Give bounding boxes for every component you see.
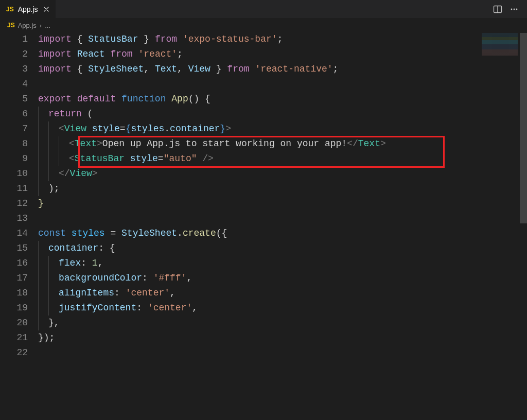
line-number: 12 xyxy=(0,196,28,211)
code-line: justifyContent: 'center', xyxy=(38,301,527,316)
code-line: return ( xyxy=(38,107,527,121)
breadcrumb-file: App.js xyxy=(18,22,37,29)
code-line: import React from 'react'; xyxy=(38,47,527,62)
code-line: </View> xyxy=(38,166,527,181)
svg-point-3 xyxy=(514,8,515,10)
line-number: 11 xyxy=(0,181,28,196)
line-number: 5 xyxy=(0,92,28,107)
code-line: const styles = StyleSheet.create({ xyxy=(38,226,527,241)
code-line: alignItems: 'center', xyxy=(38,286,527,301)
line-number: 20 xyxy=(0,316,28,330)
minimap[interactable] xyxy=(482,33,518,64)
code-line: <View style={styles.container}> xyxy=(38,121,527,136)
line-number: 17 xyxy=(0,271,28,286)
line-number: 6 xyxy=(0,107,28,121)
code-line xyxy=(38,211,527,226)
code-line: ); xyxy=(38,181,527,196)
code-line: }); xyxy=(38,330,527,345)
js-file-icon: JS xyxy=(7,22,15,29)
vertical-scrollbar[interactable] xyxy=(520,19,527,420)
line-number: 3 xyxy=(0,62,28,77)
line-number: 9 xyxy=(0,151,28,166)
code-line xyxy=(38,345,527,360)
chevron-right-icon: › xyxy=(40,22,42,29)
line-number: 13 xyxy=(0,211,28,226)
split-editor-icon[interactable] xyxy=(492,4,503,15)
line-number: 21 xyxy=(0,330,28,345)
code-area[interactable]: import { StatusBar } from 'expo-status-b… xyxy=(38,32,527,420)
tab-bar: JS App.js xyxy=(0,0,527,19)
code-line: container: { xyxy=(38,241,527,256)
svg-point-2 xyxy=(511,8,513,10)
line-number: 8 xyxy=(0,136,28,151)
code-line: <Text>Open up App.js to start working on… xyxy=(38,136,527,151)
code-editor[interactable]: 1 2 3 4 5 6 7 8 9 10 11 12 13 14 15 16 1… xyxy=(0,32,527,420)
line-number: 18 xyxy=(0,286,28,301)
breadcrumb[interactable]: JS App.js › ... xyxy=(0,19,527,32)
code-line: flex: 1, xyxy=(38,256,527,271)
line-number: 19 xyxy=(0,301,28,316)
js-file-icon: JS xyxy=(6,6,14,13)
line-number: 2 xyxy=(0,47,28,62)
line-number: 1 xyxy=(0,32,28,47)
scrollbar-thumb[interactable] xyxy=(520,33,527,223)
line-number: 7 xyxy=(0,121,28,136)
code-line: export default function App() { xyxy=(38,92,527,107)
code-line: <StatusBar style="auto" /> xyxy=(38,151,527,166)
code-line: backgroundColor: '#fff', xyxy=(38,271,527,286)
line-number-gutter: 1 2 3 4 5 6 7 8 9 10 11 12 13 14 15 16 1… xyxy=(0,32,38,420)
close-icon[interactable] xyxy=(42,5,50,13)
code-line: import { StyleSheet, Text, View } from '… xyxy=(38,62,527,77)
code-line: }, xyxy=(38,316,527,330)
line-number: 14 xyxy=(0,226,28,241)
code-line: import { StatusBar } from 'expo-status-b… xyxy=(38,32,527,47)
line-number: 22 xyxy=(0,345,28,360)
tab-app-js[interactable]: JS App.js xyxy=(0,0,56,18)
line-number: 15 xyxy=(0,241,28,256)
more-actions-icon[interactable] xyxy=(508,4,520,15)
line-number: 4 xyxy=(0,77,28,92)
breadcrumb-more: ... xyxy=(45,22,50,29)
line-number: 16 xyxy=(0,256,28,271)
svg-point-4 xyxy=(516,8,518,10)
line-number: 10 xyxy=(0,166,28,181)
tab-label: App.js xyxy=(18,5,38,13)
code-line: } xyxy=(38,196,527,211)
code-line xyxy=(38,77,527,92)
